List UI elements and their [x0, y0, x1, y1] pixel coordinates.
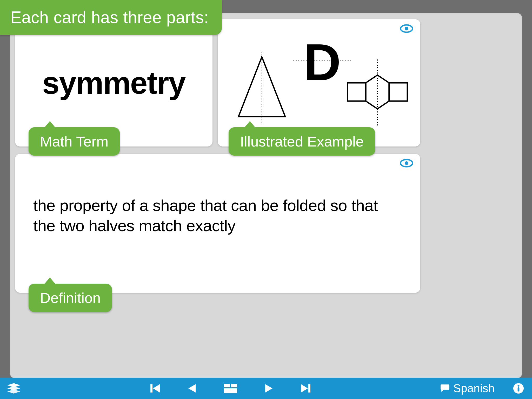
svg-rect-15 — [224, 384, 230, 387]
svg-rect-23 — [518, 387, 520, 391]
callout-definition: Definition — [29, 284, 112, 312]
svg-rect-12 — [150, 384, 152, 393]
eye-icon[interactable] — [400, 24, 413, 33]
callout-illustrated-example: Illustrated Example — [229, 127, 375, 156]
bottom-toolbar: Spanish — [0, 378, 532, 399]
svg-text:D: D — [303, 35, 341, 91]
speech-bubble-icon — [440, 383, 450, 393]
previous-card-button[interactable] — [187, 383, 197, 394]
next-card-button[interactable] — [264, 383, 274, 394]
language-toggle[interactable]: Spanish — [440, 382, 495, 395]
svg-marker-18 — [265, 384, 272, 393]
svg-marker-14 — [188, 384, 196, 393]
info-button[interactable] — [513, 383, 524, 394]
card-layout-button[interactable] — [223, 383, 238, 394]
grid-icon — [223, 383, 238, 394]
play-forward-icon — [264, 383, 274, 394]
svg-point-11 — [405, 161, 408, 165]
svg-rect-7 — [389, 83, 407, 101]
svg-point-1 — [405, 27, 408, 30]
svg-rect-6 — [348, 83, 366, 101]
language-label: Spanish — [453, 382, 495, 395]
info-icon — [513, 383, 524, 394]
definition-text: the property of a shape that can be fold… — [33, 195, 402, 236]
svg-marker-19 — [301, 384, 308, 393]
svg-marker-2 — [238, 57, 285, 117]
intro-banner: Each card has three parts: — [0, 0, 222, 35]
term-text: symmetry — [42, 65, 185, 101]
svg-rect-20 — [308, 384, 310, 393]
first-card-button[interactable] — [149, 383, 161, 394]
stack-icon — [6, 383, 21, 394]
eye-icon[interactable] — [400, 158, 413, 168]
svg-rect-16 — [231, 384, 237, 387]
deck-menu-button[interactable] — [6, 383, 21, 394]
svg-marker-13 — [153, 384, 160, 393]
last-card-button[interactable] — [300, 383, 311, 394]
svg-point-22 — [517, 385, 519, 387]
play-back-icon — [187, 383, 197, 394]
definition-card[interactable]: the property of a shape that can be fold… — [15, 154, 420, 293]
skip-forward-icon — [300, 383, 311, 394]
callout-math-term: Math Term — [29, 127, 120, 156]
svg-rect-17 — [224, 388, 237, 393]
skip-back-icon — [149, 383, 161, 394]
